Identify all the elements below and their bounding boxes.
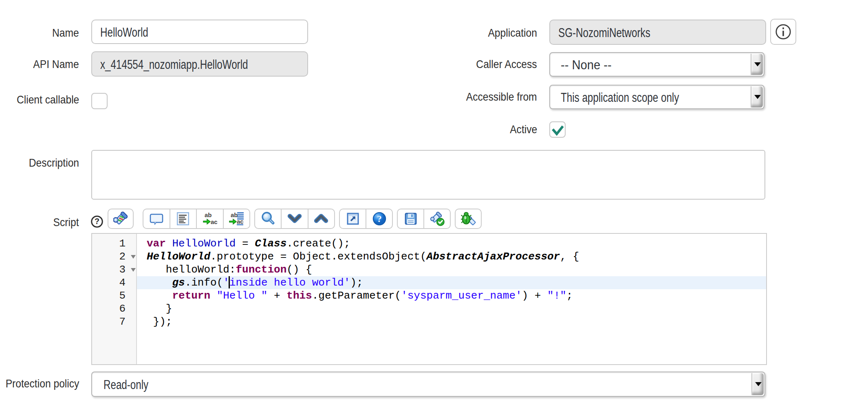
svg-text:ac: ac [211, 218, 218, 225]
svg-text:ab: ab [205, 211, 212, 218]
svg-text:?: ? [377, 214, 382, 224]
svg-text:ab: ab [231, 211, 238, 218]
svg-text:?: ? [95, 217, 99, 226]
